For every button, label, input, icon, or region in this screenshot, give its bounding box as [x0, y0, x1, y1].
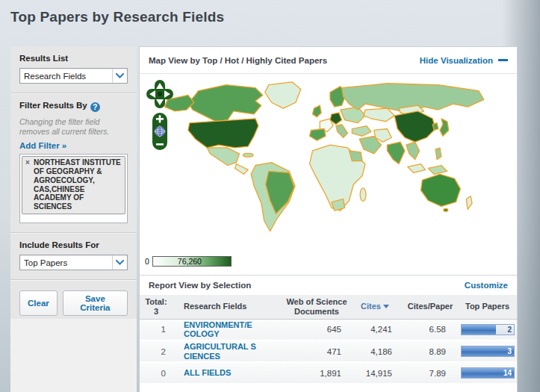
help-icon[interactable]: ? — [90, 102, 100, 112]
chevron-down-icon — [112, 69, 127, 83]
row-cites-per-paper: 6.58 — [401, 319, 459, 340]
map-country-philippines — [435, 148, 441, 160]
row-cites-per-paper: 7.89 — [401, 362, 459, 384]
map-country-china — [394, 111, 435, 142]
row-rank: 0 — [140, 362, 173, 384]
total-count: Total: 3 — [140, 295, 173, 319]
hide-visualization-link[interactable]: Hide Visualization — [420, 56, 508, 65]
col-header-top-papers: Top Papers — [459, 295, 517, 319]
results-list-selected-value: Research Fields — [24, 72, 86, 81]
map-country-greenland — [265, 82, 301, 108]
minus-icon — [498, 59, 508, 61]
results-list-select[interactable]: Research Fields — [19, 68, 128, 84]
map-header: Map View by Top / Hot / Highly Cited Pap… — [140, 47, 517, 74]
map-region-central-america — [235, 164, 249, 175]
map-controls[interactable] — [146, 80, 175, 152]
top-papers-value: 14 — [503, 368, 512, 378]
row-cites: 4,186 — [349, 340, 401, 362]
map-country-madagascar — [360, 188, 366, 202]
top-papers-value: 2 — [507, 325, 512, 335]
zoom-out-icon — [156, 143, 164, 146]
sort-caret-icon — [383, 305, 389, 308]
map-country-japan — [440, 119, 449, 137]
globe-icon — [155, 126, 165, 137]
col-header-cites-sort[interactable]: Cites — [349, 295, 401, 319]
results-list-label: Results List — [19, 54, 128, 63]
field-link[interactable]: ENVIRONMENT/ECOLOGY — [184, 320, 258, 339]
filter-results-by-label: Filter Results By? — [19, 101, 128, 112]
chevron-down-icon — [112, 255, 127, 270]
row-cites-per-paper: 8.89 — [401, 340, 459, 362]
filter-section: Filter Results By? Changing the filter f… — [10, 93, 137, 232]
row-cites: 14,915 — [349, 362, 401, 384]
top-papers-bar: 3 — [461, 346, 515, 357]
sidebar: Results List Research Fields Filter Resu… — [10, 46, 137, 392]
map-legend: 0 76,260 — [145, 256, 232, 267]
map-country-australia — [420, 174, 460, 206]
map-region-indochina — [406, 142, 420, 160]
row-rank: 2 — [140, 340, 173, 362]
filter-note: Changing the filter field removes all cu… — [19, 117, 128, 137]
col-header-wos-documents: Web of Science Documents — [285, 295, 349, 319]
map-region-central-asia — [364, 108, 394, 122]
row-docs: 1,891 — [285, 362, 349, 384]
include-results-select[interactable]: Top Papers — [19, 255, 128, 270]
customize-link[interactable]: Customize — [465, 281, 508, 290]
add-filter-link[interactable]: Add Filter » — [19, 141, 128, 150]
filter-tag-label: NORTHEAST INSTITUTE OF GEOGRAPHY & AGROE… — [34, 158, 121, 211]
top-papers-bar: 14 — [461, 367, 515, 379]
clear-button[interactable]: Clear — [19, 290, 58, 316]
map-region-north-america[interactable] — [164, 82, 300, 174]
map-country-spain — [310, 129, 326, 141]
table-row: 2 AGRICULTURAL SCIENCES 471 4,186 8.89 3 — [140, 340, 517, 362]
map-pan-control[interactable] — [146, 80, 173, 108]
table-row: 1 ENVIRONMENT/ECOLOGY 645 4,241 6.58 2 — [140, 319, 517, 340]
field-link[interactable]: ALL FIELDS — [184, 368, 231, 378]
map-country-indonesia-west — [408, 164, 426, 173]
field-link[interactable]: AGRICULTURAL SCIENCES — [184, 342, 258, 361]
map-country-uk — [312, 105, 321, 117]
results-list-section: Results List Research Fields — [10, 46, 137, 93]
map-country-cuba — [243, 153, 253, 157]
map-country-tasmania — [444, 208, 448, 211]
map-country-canada — [188, 85, 263, 122]
map-view-title: Map View by Top / Hot / Highly Cited Pap… — [149, 56, 327, 65]
legend-min: 0 — [145, 257, 149, 266]
map-region-africa[interactable] — [310, 145, 366, 211]
filter-tag: × NORTHEAST INSTITUTE OF GEOGRAPHY & AGR… — [22, 156, 125, 214]
map-country-new-zealand — [466, 196, 472, 210]
table-row: 0 ALL FIELDS 1,891 14,915 7.89 14 — [140, 362, 517, 384]
map-region-oceania[interactable] — [420, 174, 472, 211]
report-view-title: Report View by Selection — [149, 281, 251, 290]
include-results-selected-value: Top Papers — [24, 258, 67, 267]
active-filters-box: × NORTHEAST INSTITUTE OF GEOGRAPHY & AGR… — [19, 154, 128, 223]
map-region-eastern-europe — [341, 107, 365, 123]
page: Top Papers by Research Fields Results Li… — [0, 0, 540, 392]
save-criteria-button[interactable]: Save Criteria — [63, 290, 128, 316]
map-region-south-america[interactable] — [251, 163, 295, 231]
map-country-mexico — [207, 148, 239, 166]
map-country-italy — [336, 125, 348, 138]
row-docs: 471 — [285, 340, 349, 362]
map-area: 0 76,260 — [140, 74, 517, 275]
row-rank: 1 — [140, 319, 173, 340]
col-header-research-fields: Research Fields — [173, 295, 285, 319]
remove-filter-icon[interactable]: × — [25, 158, 30, 167]
include-results-label: Include Results For — [19, 240, 128, 249]
top-papers-value: 3 — [507, 346, 512, 356]
map-country-korea — [432, 123, 438, 131]
row-cites: 4,241 — [349, 319, 401, 340]
sidebar-filler — [10, 319, 137, 392]
include-results-section: Include Results For Top Papers — [10, 233, 137, 279]
map-country-indonesia-east — [428, 166, 447, 175]
legend-gradient-bar: 76,260 — [152, 256, 232, 267]
report-table: Total: 3 Research Fields Web of Science … — [140, 295, 517, 385]
legend-max: 76,260 — [178, 257, 202, 267]
table-header-row: Total: 3 Research Fields Web of Science … — [140, 295, 517, 319]
map-zoom-control[interactable] — [152, 113, 167, 150]
col-header-cites-per-paper: Cites/Paper — [401, 295, 459, 319]
world-choropleth-map[interactable] — [146, 74, 512, 257]
page-title: Top Papers by Research Fields — [10, 9, 224, 25]
map-country-india — [387, 142, 405, 164]
map-country-turkey — [352, 126, 370, 137]
